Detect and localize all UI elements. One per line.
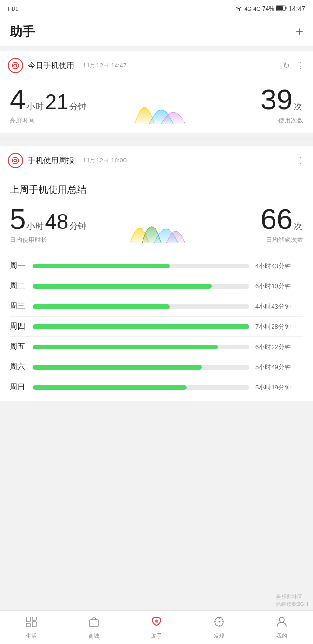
svg-rect-16 — [26, 623, 30, 627]
watermark: 盖乐世社区风继续吹ZGH — [276, 593, 308, 608]
duration-label: 日均使用时长 — [10, 236, 120, 244]
bar-track — [33, 345, 249, 349]
nav-profile-label: 我的 — [276, 632, 287, 640]
bar-day-label: 周日 — [10, 382, 27, 392]
card2-stats: 5 小时 48 分钟 日均使用时长 — [0, 200, 313, 252]
status-bar: HD1 4G 4G 74% 14:47 — [0, 0, 313, 17]
svg-rect-18 — [32, 622, 36, 627]
battery-icon — [276, 5, 287, 13]
minutes-number: 21 — [45, 90, 68, 114]
discover-icon — [213, 616, 225, 631]
svg-point-3 — [12, 62, 19, 69]
bar-row: 周四 7小时28分钟 — [10, 317, 303, 337]
bar-day-label: 周四 — [10, 322, 27, 332]
bar-duration-label: 5小时19分钟 — [255, 383, 303, 392]
card1-actions: ↻ ⋮ — [283, 60, 305, 71]
weekly-report-card: 手机使用周报 11月12日 10:00 ⋮ 上周手机使用总结 5 小时 48 分… — [0, 146, 313, 401]
screen-time-stat: 4 小时 21 分钟 亮屏时间 — [10, 85, 120, 125]
svg-point-9 — [12, 157, 19, 164]
svg-rect-17 — [32, 617, 36, 620]
card2-icon — [8, 153, 23, 168]
bar-track — [33, 264, 249, 268]
nav-profile[interactable]: 我的 — [275, 616, 288, 640]
app-header: 助手 + — [0, 17, 313, 46]
week-hour-unit: 小时 — [26, 220, 44, 232]
life-icon — [25, 616, 38, 631]
unlock-count: 66 — [261, 205, 293, 234]
nav-life-label: 生活 — [26, 632, 37, 640]
weekly-bar-chart: 周一 4小时43分钟 周二 6小时10分钟 周三 4小时43分钟 周四 7小时2… — [0, 252, 313, 401]
battery-text: 74% — [262, 5, 274, 12]
bar-day-label: 周六 — [10, 362, 27, 372]
nav-life[interactable]: 生活 — [25, 616, 38, 640]
bar-row: 周日 5小时19分钟 — [10, 377, 303, 397]
page-title: 助手 — [10, 23, 35, 40]
card2-date: 11月12日 10:00 — [83, 156, 127, 165]
svg-point-21 — [219, 621, 220, 622]
card2-header: 手机使用周报 11月12日 10:00 ⋮ — [0, 146, 313, 175]
card1-stats: 4 小时 21 分钟 亮屏时间 — [0, 80, 313, 133]
bottom-nav: 生活 商城 助手 发现 我的 — [0, 610, 313, 644]
usage-count-number: 39 — [261, 85, 293, 114]
bar-fill — [33, 385, 187, 390]
nav-shop[interactable]: 商城 — [88, 616, 100, 640]
avg-duration-stat: 5 小时 48 分钟 日均使用时长 — [10, 205, 120, 244]
bar-duration-label: 6小时10分钟 — [255, 282, 303, 291]
unlock-unit: 次 — [294, 220, 302, 232]
bar-track — [33, 324, 249, 329]
svg-rect-19 — [90, 620, 98, 627]
bar-track — [33, 365, 249, 370]
card1-date: 11月12日 14:47 — [83, 61, 127, 70]
card1-icon — [8, 58, 23, 73]
usage-label: 使用次数 — [193, 116, 303, 125]
bar-duration-label: 7小时28分钟 — [255, 322, 303, 331]
divider1 — [0, 137, 313, 141]
bar-day-label: 周三 — [10, 301, 27, 311]
bar-day-label: 周二 — [10, 281, 27, 291]
more-icon2[interactable]: ⋮ — [297, 155, 305, 166]
week-minutes: 48 — [45, 210, 68, 234]
bar-day-label: 周一 — [10, 261, 27, 271]
hours-number: 4 — [10, 85, 26, 114]
svg-rect-15 — [26, 617, 30, 622]
bar-row: 周三 4小时43分钟 — [10, 296, 303, 317]
nav-assistant[interactable]: 助手 — [150, 616, 163, 640]
wifi-icon — [235, 5, 243, 13]
refresh-icon[interactable]: ↻ — [283, 60, 290, 71]
nav-assistant-label: 助手 — [151, 632, 162, 640]
week-minute-unit: 分钟 — [69, 220, 87, 232]
signal2-icon: 4G — [253, 6, 261, 12]
bar-track — [33, 385, 249, 390]
bar-fill — [33, 264, 170, 268]
bar-duration-label: 5小时49分钟 — [255, 363, 303, 372]
bar-row: 周一 4小时43分钟 — [10, 256, 303, 276]
svg-rect-2 — [285, 7, 286, 9]
screen-label: 亮屏时间 — [10, 116, 120, 125]
card1-header: 今日手机使用 11月12日 14:47 ↻ ⋮ — [0, 51, 313, 80]
card2-actions: ⋮ — [297, 155, 305, 166]
hours-unit: 小时 — [26, 101, 44, 112]
nav-discover-label: 发现 — [214, 632, 224, 640]
signal-icon: 4G — [245, 6, 252, 12]
bar-track — [33, 304, 249, 309]
bar-row: 周五 6小时22分钟 — [10, 337, 303, 357]
usage-count-stat: 39 次 使用次数 — [193, 85, 303, 125]
bar-track — [33, 284, 249, 289]
bar-duration-label: 4小时43分钟 — [255, 302, 303, 311]
today-usage-card: 今日手机使用 11月12日 14:47 ↻ ⋮ 4 小时 21 分钟 亮屏时间 — [0, 51, 313, 133]
svg-point-26 — [279, 617, 284, 622]
shop-icon — [88, 616, 100, 631]
more-icon[interactable]: ⋮ — [297, 60, 305, 71]
bar-fill — [33, 324, 249, 329]
add-button[interactable]: + — [296, 25, 303, 39]
nav-discover[interactable]: 发现 — [213, 616, 225, 640]
card2-chart — [120, 205, 193, 244]
bar-fill — [33, 345, 218, 349]
week-hours: 5 — [10, 205, 26, 234]
minutes-unit: 分钟 — [69, 101, 87, 112]
bar-fill — [33, 365, 202, 370]
unlock-label: 日均解锁次数 — [193, 236, 303, 244]
svg-point-4 — [14, 64, 17, 67]
unlock-count-stat: 66 次 日均解锁次数 — [193, 205, 303, 244]
bar-duration-label: 4小时43分钟 — [255, 262, 303, 270]
